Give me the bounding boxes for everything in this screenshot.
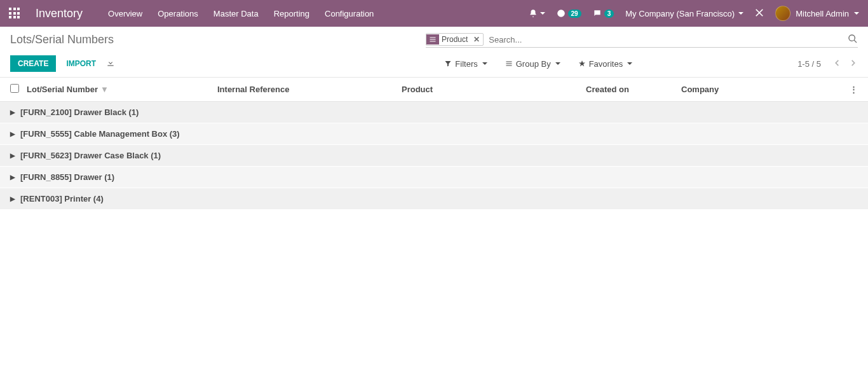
caret-down-icon bbox=[555, 62, 560, 65]
user-menu[interactable]: Mitchell Admin bbox=[775, 6, 859, 21]
debug-button[interactable] bbox=[755, 8, 764, 19]
group-label: [FURN_8855] Drawer (1) bbox=[20, 172, 114, 182]
chevron-right-icon: ▶ bbox=[10, 152, 15, 159]
col-optional-menu[interactable]: ⋮ bbox=[845, 85, 858, 94]
pager-prev[interactable] bbox=[832, 59, 841, 69]
chevron-right-icon: ▶ bbox=[10, 195, 15, 202]
app-name[interactable]: Inventory bbox=[36, 7, 83, 20]
search-input[interactable] bbox=[487, 34, 848, 46]
chat-icon bbox=[593, 9, 602, 18]
group-row[interactable]: ▶ [RENT003] Printer (4) bbox=[0, 188, 868, 210]
caret-down-icon bbox=[540, 12, 545, 15]
company-selector[interactable]: My Company (San Francisco) bbox=[625, 9, 743, 18]
groupby-label: Group By bbox=[516, 59, 551, 69]
bell-icon bbox=[529, 9, 538, 18]
chevron-right-icon bbox=[849, 59, 858, 67]
group-icon bbox=[426, 34, 439, 45]
star-icon bbox=[578, 60, 586, 67]
topbar: Inventory Overview Operations Master Dat… bbox=[0, 0, 868, 27]
chevron-right-icon: ▶ bbox=[10, 130, 15, 137]
menu-master-data[interactable]: Master Data bbox=[214, 9, 259, 18]
messages-badge: 3 bbox=[604, 10, 614, 18]
group-label: [FURN_5555] Cable Management Box (3) bbox=[20, 129, 180, 139]
chevron-right-icon: ▶ bbox=[10, 174, 15, 181]
user-name: Mitchell Admin bbox=[796, 9, 849, 18]
notifications-dropdown[interactable] bbox=[529, 9, 545, 18]
sort-desc-icon: ▼ bbox=[100, 85, 109, 94]
avatar bbox=[775, 6, 790, 21]
col-header-product[interactable]: Product bbox=[402, 85, 586, 94]
caret-down-icon bbox=[854, 12, 859, 15]
list-header: Lot/Serial Number ▼ Internal Reference P… bbox=[0, 78, 868, 102]
list-icon bbox=[505, 60, 513, 67]
search-area: Product ✕ bbox=[426, 33, 858, 48]
page-title: Lots/Serial Numbers bbox=[10, 33, 114, 46]
select-all-checkbox[interactable] bbox=[10, 84, 19, 93]
chevron-left-icon bbox=[832, 59, 841, 67]
bug-icon bbox=[755, 8, 764, 17]
col-lot-label: Lot/Serial Number bbox=[27, 85, 98, 94]
topbar-right: 29 3 My Company (San Francisco) Mitchell… bbox=[529, 6, 859, 21]
pager-text[interactable]: 1-5 / 5 bbox=[797, 59, 821, 69]
pager-next[interactable] bbox=[849, 59, 858, 69]
col-header-company[interactable]: Company bbox=[681, 85, 845, 94]
menu-overview[interactable]: Overview bbox=[108, 9, 142, 18]
top-menu: Overview Operations Master Data Reportin… bbox=[108, 9, 529, 18]
facet-label: Product bbox=[439, 34, 470, 45]
favorites-dropdown[interactable]: Favorites bbox=[578, 59, 632, 69]
group-row[interactable]: ▶ [FURN_8855] Drawer (1) bbox=[0, 167, 868, 188]
filters-label: Filters bbox=[455, 59, 477, 69]
create-button[interactable]: CREATE bbox=[10, 55, 56, 72]
col-header-ref[interactable]: Internal Reference bbox=[217, 85, 402, 94]
group-row[interactable]: ▶ [FURN_2100] Drawer Black (1) bbox=[0, 102, 868, 123]
caret-down-icon bbox=[738, 12, 743, 15]
messages-dropdown[interactable]: 3 bbox=[593, 9, 614, 18]
control-panel: Lots/Serial Numbers Product ✕ CREATE IMP… bbox=[0, 27, 868, 78]
apps-icon[interactable] bbox=[9, 8, 20, 19]
group-label: [FURN_5623] Drawer Case Black (1) bbox=[20, 151, 161, 160]
menu-operations[interactable]: Operations bbox=[158, 9, 198, 18]
caret-down-icon bbox=[627, 62, 632, 65]
filters-dropdown[interactable]: Filters bbox=[444, 59, 487, 69]
group-label: [FURN_2100] Drawer Black (1) bbox=[20, 107, 139, 117]
import-button[interactable]: IMPORT bbox=[66, 59, 96, 68]
clock-icon bbox=[557, 9, 566, 18]
groupby-dropdown[interactable]: Group By bbox=[505, 59, 560, 69]
group-row[interactable]: ▶ [FURN_5555] Cable Management Box (3) bbox=[0, 123, 868, 145]
caret-down-icon bbox=[482, 62, 487, 65]
col-header-created[interactable]: Created on bbox=[586, 85, 681, 94]
menu-reporting[interactable]: Reporting bbox=[274, 9, 309, 18]
facet-remove[interactable]: ✕ bbox=[470, 34, 483, 45]
chevron-right-icon: ▶ bbox=[10, 109, 15, 116]
group-row[interactable]: ▶ [FURN_5623] Drawer Case Black (1) bbox=[0, 145, 868, 167]
activities-badge: 29 bbox=[568, 10, 581, 18]
group-label: [RENT003] Printer (4) bbox=[20, 194, 104, 203]
company-name: My Company (San Francisco) bbox=[625, 9, 735, 18]
export-button[interactable] bbox=[106, 59, 115, 69]
download-icon bbox=[106, 59, 115, 67]
col-header-lot[interactable]: Lot/Serial Number ▼ bbox=[27, 85, 217, 94]
list-view: Lot/Serial Number ▼ Internal Reference P… bbox=[0, 78, 868, 210]
search-facet-product[interactable]: Product ✕ bbox=[426, 33, 484, 46]
favorites-label: Favorites bbox=[589, 59, 623, 69]
funnel-icon bbox=[444, 60, 452, 67]
menu-configuration[interactable]: Configuration bbox=[325, 9, 374, 18]
activities-dropdown[interactable]: 29 bbox=[557, 9, 581, 18]
search-icon[interactable] bbox=[848, 34, 858, 46]
